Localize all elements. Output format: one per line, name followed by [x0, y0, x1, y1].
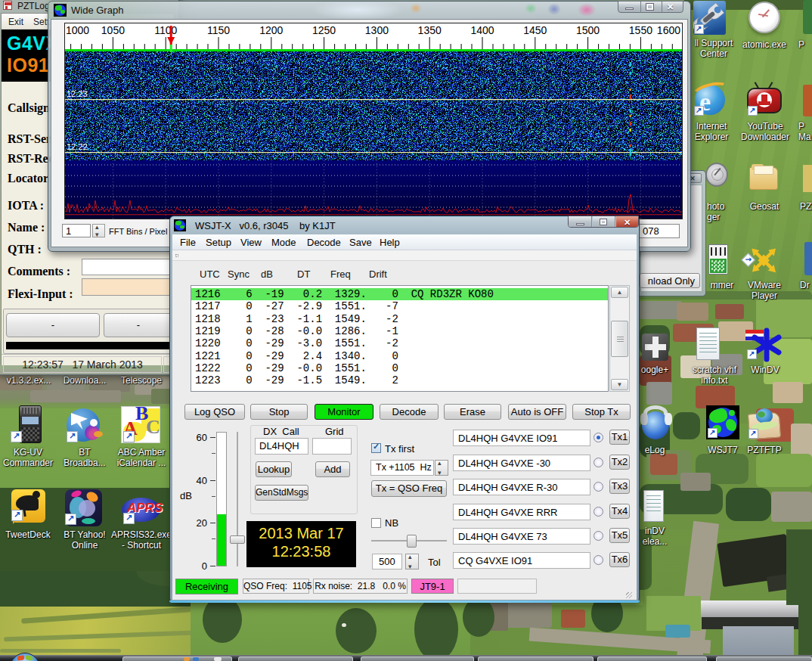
svg-text:1400: 1400 — [470, 24, 494, 36]
svg-text:1550: 1550 — [629, 24, 652, 36]
svg-text:1350: 1350 — [418, 24, 442, 36]
svg-text:1100: 1100 — [154, 24, 177, 36]
svg-text:1500: 1500 — [576, 24, 600, 36]
svg-text:1200: 1200 — [259, 24, 283, 36]
svg-text:1050: 1050 — [101, 24, 125, 36]
svg-text:12:22: 12:22 — [67, 142, 88, 151]
svg-text:1000: 1000 — [66, 24, 89, 36]
svg-text:1450: 1450 — [523, 24, 547, 36]
svg-text:12:23: 12:23 — [67, 89, 88, 98]
svg-text:1600: 1600 — [657, 24, 680, 36]
svg-text:1250: 1250 — [312, 24, 336, 36]
svg-text:1150: 1150 — [207, 24, 230, 36]
svg-text:1300: 1300 — [365, 24, 389, 36]
